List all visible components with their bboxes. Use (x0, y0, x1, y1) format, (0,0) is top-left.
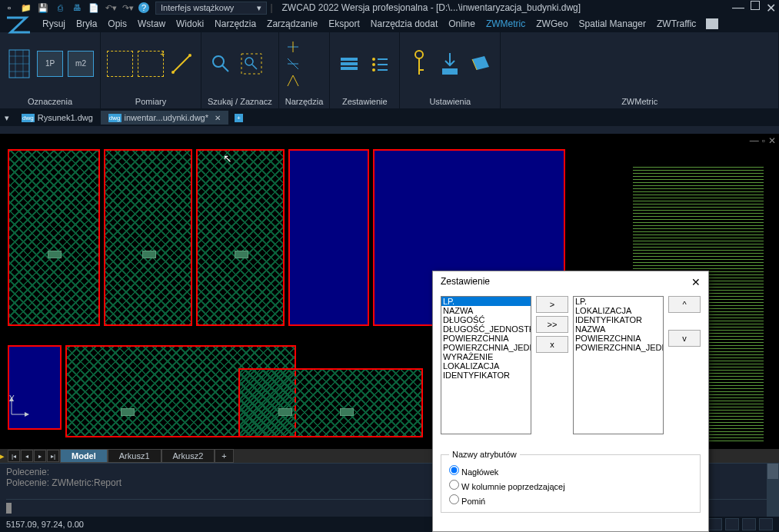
app-logo[interactable] (3, 14, 34, 38)
open-icon[interactable]: 📁 (20, 2, 32, 14)
tab-model[interactable]: Model (60, 449, 108, 463)
svg-point-4 (213, 56, 224, 67)
tab-last-icon[interactable]: ▸| (47, 450, 59, 462)
sb-extra3-icon[interactable] (742, 518, 756, 530)
canvas-close-icon[interactable]: ✕ (768, 135, 776, 146)
doc-tab-inwentar[interactable]: dwg inwentar...udynki.dwg* ✕ (101, 111, 228, 125)
menu-zwgeo[interactable]: ZWGeo (532, 17, 571, 31)
movedown-button[interactable]: v (668, 330, 701, 347)
moveup-button[interactable]: ^ (668, 296, 701, 313)
marker-1p-icon[interactable]: 1P (37, 51, 63, 77)
select-add-icon[interactable]: + (138, 51, 164, 77)
list-item[interactable]: IDENTYFIKATOR (441, 371, 531, 380)
list-item[interactable]: IDENTYFIKATOR (574, 315, 663, 324)
maximize-icon[interactable] (751, 1, 760, 10)
select-dashed-icon[interactable] (107, 51, 133, 77)
svg-point-14 (372, 58, 375, 61)
menu-opis[interactable]: Opis (104, 17, 131, 31)
tab-prev-icon[interactable]: ◂ (21, 450, 33, 462)
radio-kolumna[interactable]: W kolumnie poprzedzającej (449, 478, 692, 493)
fieldset-legend: Nazwy atrybutów (449, 450, 520, 459)
dialog-close-icon[interactable]: ✕ (691, 276, 701, 288)
menu-zarzadzanie[interactable]: Zarządzanie (263, 17, 321, 31)
menu-narzedzia-dodat[interactable]: Narzędzia dodat (367, 17, 441, 31)
close-tab-icon[interactable]: ✕ (215, 114, 221, 122)
sb-extra4-icon[interactable] (759, 518, 773, 530)
minimize-icon[interactable]: — (732, 1, 744, 15)
list-icon[interactable] (367, 45, 393, 83)
tab-next-icon[interactable]: ▸ (34, 450, 46, 462)
new-icon[interactable]: ▫ (3, 2, 15, 14)
selected-listbox[interactable]: LP. LOKALIZACJA IDENTYFIKATOR NAZWA POWI… (573, 296, 664, 434)
saveall-icon[interactable]: ⎙ (54, 2, 66, 14)
addall-button[interactable]: >> (536, 316, 568, 333)
sb-extra1-icon[interactable] (708, 518, 722, 530)
menu-narzedzia[interactable]: Narzędzia (211, 17, 260, 31)
list-item[interactable]: DŁUGOŚĆ_JEDNOSTK (441, 324, 531, 334)
print-icon[interactable]: 🖶 (71, 2, 83, 14)
menu-eksport[interactable]: Eksport (325, 17, 364, 31)
table-icon[interactable] (336, 45, 362, 83)
preview-icon[interactable]: 📄 (88, 2, 100, 14)
canvas-maximize-icon[interactable]: ▫ (762, 135, 765, 146)
list-item[interactable]: LP. (441, 297, 531, 306)
menu-zwmetric[interactable]: ZWMetric (482, 17, 529, 31)
list-item[interactable]: LP. (574, 297, 663, 306)
tab-arkusz1[interactable]: Arkusz1 (108, 449, 161, 463)
list-item[interactable]: POWIERZCHNIA_JEDN (574, 343, 663, 352)
help-icon[interactable]: ? (138, 2, 149, 13)
menu-wstaw[interactable]: Wstaw (134, 17, 169, 31)
search-icon[interactable] (208, 45, 234, 83)
command-scrollbar[interactable] (767, 463, 779, 517)
measure-line-icon[interactable] (168, 45, 195, 83)
redo-icon[interactable]: ↷▾ (122, 2, 134, 14)
radio-pomin[interactable]: Pomiń (449, 493, 692, 507)
menubar: Rysuj Bryła Opis Wstaw Widoki Narzędzia … (0, 15, 779, 32)
key-icon[interactable] (406, 45, 432, 83)
list-item[interactable]: LOKALIZACJA (441, 361, 531, 371)
save-icon[interactable]: 💾 (37, 2, 49, 14)
dim-tool-2-icon[interactable] (285, 56, 301, 71)
menu-rysuj[interactable]: Rysuj (38, 17, 69, 31)
expand-ribbon-icon[interactable] (706, 18, 718, 29)
list-item[interactable]: NAZWA (441, 306, 531, 315)
tab-add-icon[interactable]: + (215, 449, 233, 463)
remove-button[interactable]: x (536, 336, 568, 353)
undo-icon[interactable]: ↶▾ (105, 2, 117, 14)
coordinates: 5157.09, 97.24, 0.00 (6, 520, 84, 529)
list-item[interactable]: LOKALIZACJA (574, 306, 663, 315)
dim-tool-1-icon[interactable] (285, 39, 301, 55)
new-tab-icon[interactable]: + (235, 114, 243, 122)
menu-spatial[interactable]: Spatial Manager (575, 17, 650, 31)
radio-naglowek[interactable]: Nagłówek (449, 464, 692, 478)
titlebar: ▫ 📁 💾 ⎙ 🖶 📄 ↶▾ ↷▾ ? Interfejs wstążkowy … (0, 0, 779, 15)
marker-m2-icon[interactable]: m2 (68, 51, 94, 77)
tab-arkusz2[interactable]: Arkusz2 (161, 449, 215, 463)
menu-bryla[interactable]: Bryła (72, 17, 101, 31)
download-icon[interactable] (437, 45, 463, 83)
tab-first-icon[interactable]: |◂ (8, 450, 20, 462)
book-icon[interactable] (468, 45, 494, 83)
available-listbox[interactable]: LP. NAZWA DŁUGOŚĆ DŁUGOŚĆ_JEDNOSTK POWIE… (441, 296, 531, 434)
svg-marker-26 (9, 397, 14, 401)
add-button[interactable]: > (536, 296, 568, 313)
hatch-tool-icon[interactable] (6, 45, 32, 83)
list-item[interactable]: POWIERZCHNIA (574, 334, 663, 343)
dim-tool-3-icon[interactable] (285, 73, 301, 88)
list-item[interactable]: NAZWA (574, 324, 663, 334)
menu-online[interactable]: Online (444, 17, 479, 31)
search-selection-icon[interactable] (238, 45, 265, 83)
interface-dropdown[interactable]: Interfejs wstążkowy ▾ (155, 2, 267, 15)
sb-extra2-icon[interactable] (725, 518, 739, 530)
list-item[interactable]: WYRAŻENIE (441, 352, 531, 361)
list-item[interactable]: POWIERZCHNIA_JEDN (441, 343, 531, 352)
tab-dropdown-icon[interactable]: ▾ (5, 113, 9, 123)
doc-tab-rysunek1[interactable]: dwg Rysunek1.dwg (14, 111, 101, 125)
list-item[interactable]: DŁUGOŚĆ (441, 315, 531, 324)
svg-rect-11 (341, 58, 358, 61)
close-icon[interactable]: ✕ (766, 1, 776, 15)
menu-zwtraffic[interactable]: ZWTraffic (653, 17, 700, 31)
list-item[interactable]: POWIERZCHNIA (441, 334, 531, 343)
canvas-minimize-icon[interactable]: — (750, 135, 759, 146)
menu-widoki[interactable]: Widoki (172, 17, 208, 31)
